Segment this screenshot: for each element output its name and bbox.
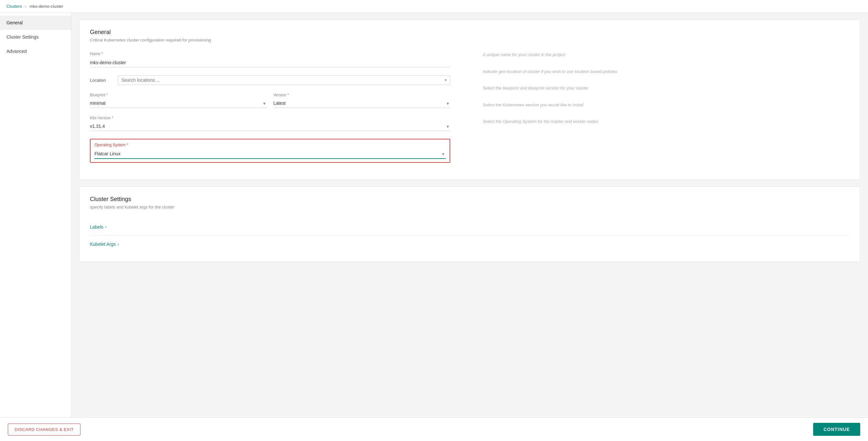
blueprint-label: Blueprint * [90, 93, 267, 97]
version-label: Version * [273, 93, 450, 97]
kubelet-args-link[interactable]: Kubelet Args › [90, 242, 849, 247]
cluster-settings-title: Cluster Settings [90, 196, 849, 203]
cluster-name: mks-demo-cluster [30, 4, 63, 9]
location-dropdown-arrow[interactable]: ▾ [445, 78, 447, 82]
hints-column: A unique name for your cluster in the pr… [470, 52, 849, 171]
breadcrumb-separator: › [25, 4, 26, 9]
location-hint: Indicate geo-location of cluster if you … [483, 68, 849, 75]
footer-bar: DISCARD CHANGES & EXIT CONTINUE [0, 417, 868, 441]
sidebar: General Cluster Settings Advanced [0, 13, 71, 417]
cluster-settings-subtitle: specify labels and kubelet args for the … [90, 205, 849, 209]
blueprint-hint: Select the blueprint and blueprint versi… [483, 85, 849, 92]
os-select[interactable]: Flatcar Linux [94, 149, 446, 159]
blueprint-group: Blueprint * minimal [90, 93, 267, 108]
breadcrumb: Clusters › mks-demo-cluster [0, 0, 868, 13]
blueprint-version-group: Blueprint * minimal Version * [90, 93, 450, 108]
location-label: Location [90, 78, 113, 83]
os-label: Operating System * [94, 143, 446, 147]
k8s-hint: Select the Kubernetes version you would … [483, 102, 849, 108]
os-group: Operating System * Flatcar Linux [90, 139, 450, 163]
version-select[interactable]: Latest [273, 99, 450, 108]
clusters-link[interactable]: Clusters [6, 4, 22, 9]
sidebar-item-cluster-settings[interactable]: Cluster Settings [0, 30, 71, 44]
general-card: General Critical Kubernetes cluster conf… [79, 20, 860, 180]
cluster-settings-card: Cluster Settings specify labels and kube… [79, 186, 860, 262]
continue-button[interactable]: CONTINUE [813, 423, 860, 436]
location-search-wrapper[interactable]: ▾ [118, 75, 450, 85]
version-select-wrapper[interactable]: Latest [273, 99, 450, 108]
labels-expandable: Labels › [90, 218, 849, 236]
k8s-select[interactable]: v1.31.4 [90, 122, 450, 131]
name-hint: A unique name for your cluster in the pr… [483, 52, 849, 58]
labels-chevron-icon: › [105, 225, 106, 229]
blueprint-select[interactable]: minimal [90, 99, 267, 108]
location-group: Location ▾ [90, 75, 450, 85]
content-area: General Critical Kubernetes cluster conf… [71, 13, 868, 417]
general-title: General [90, 29, 849, 36]
kubelet-args-chevron-icon: › [118, 242, 119, 246]
sidebar-item-advanced[interactable]: Advanced [0, 44, 71, 58]
os-select-wrapper[interactable]: Flatcar Linux [94, 149, 446, 159]
k8s-select-wrapper[interactable]: v1.31.4 [90, 122, 450, 131]
sidebar-item-general[interactable]: General [0, 15, 71, 30]
kubelet-args-expandable: Kubelet Args › [90, 236, 849, 252]
k8s-group: K8s Version * v1.31.4 [90, 116, 450, 131]
expandables-list: Labels › Kubelet Args › [90, 218, 849, 252]
name-group: Name * [90, 52, 450, 67]
name-label: Name * [90, 52, 450, 56]
blueprint-select-wrapper[interactable]: minimal [90, 99, 267, 108]
discard-button[interactable]: DISCARD CHANGES & EXIT [8, 423, 81, 436]
k8s-label: K8s Version * [90, 116, 450, 120]
version-group: Version * Latest [273, 93, 450, 108]
labels-link[interactable]: Labels › [90, 225, 849, 230]
os-hint: Select the Operating System for the mast… [483, 118, 849, 125]
location-search-input[interactable] [121, 77, 445, 83]
name-input[interactable] [90, 58, 450, 67]
general-subtitle: Critical Kubernetes cluster configuratio… [90, 38, 849, 42]
